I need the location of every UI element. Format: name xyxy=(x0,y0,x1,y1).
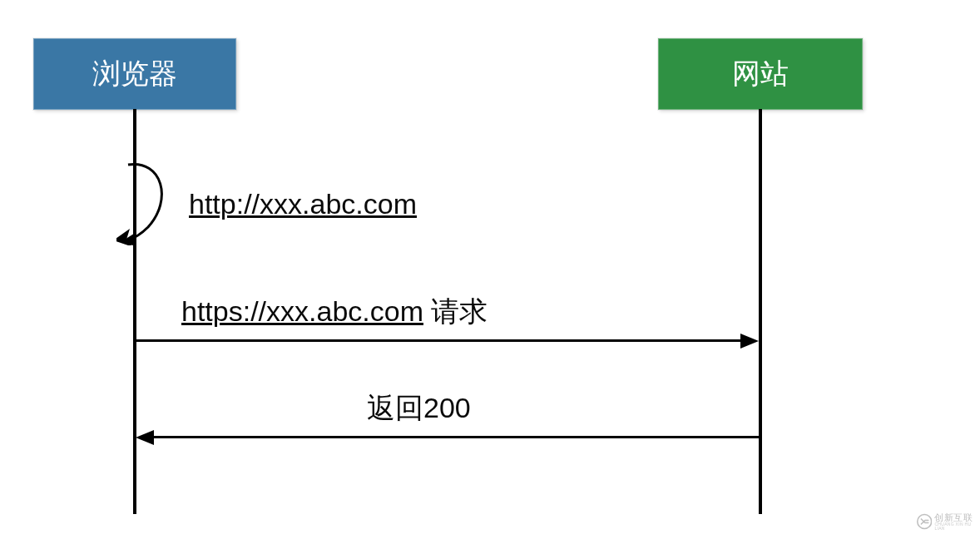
self-message-label: http://xxx.abc.com xyxy=(189,188,417,220)
participant-website: 网站 xyxy=(658,38,863,110)
response-arrow-line xyxy=(153,436,760,438)
watermark-sub: CHUANG XIN HU LIAN xyxy=(934,522,975,531)
participant-website-label: 网站 xyxy=(732,55,789,93)
watermark-brand: 创新互联 xyxy=(934,513,975,522)
participant-browser-label: 浏览器 xyxy=(92,55,177,93)
participant-browser: 浏览器 xyxy=(33,38,236,110)
sequence-diagram: 浏览器 网站 http://xxx.abc.com https://xxx.ab… xyxy=(0,0,980,539)
self-message-url: http://xxx.abc.com xyxy=(189,188,417,220)
watermark-text: 创新互联 CHUANG XIN HU LIAN xyxy=(934,513,975,531)
request-message-label: https://xxx.abc.com 请求 xyxy=(181,293,488,331)
request-arrow-line xyxy=(136,339,742,342)
response-message-text: 返回200 xyxy=(367,392,471,423)
lifeline-website xyxy=(759,109,762,514)
request-arrow-head xyxy=(740,334,759,349)
response-message-label: 返回200 xyxy=(367,389,471,428)
watermark: 创新互联 CHUANG XIN HU LIAN xyxy=(917,509,975,534)
watermark-icon xyxy=(917,512,932,531)
request-message-suffix: 请求 xyxy=(423,295,488,327)
response-arrow-head xyxy=(136,430,154,445)
request-message-url: https://xxx.abc.com xyxy=(181,295,423,327)
